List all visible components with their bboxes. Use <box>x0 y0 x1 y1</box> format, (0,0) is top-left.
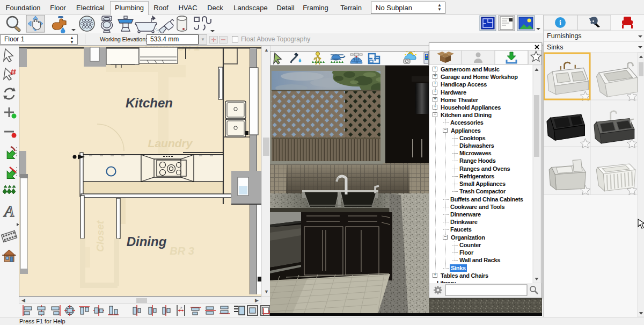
svg-text:A: A <box>3 202 14 220</box>
svg-text:Kitchen: Kitchen <box>126 96 173 110</box>
svg-text:BR 3: BR 3 <box>170 245 194 257</box>
svg-text:Closet: Closet <box>94 220 106 252</box>
svg-text:Dining: Dining <box>127 234 167 249</box>
svg-text:Laundry: Laundry <box>148 137 193 149</box>
svg-text:Sinks: Sinks <box>547 44 564 51</box>
svg-text:?: ? <box>180 306 182 310</box>
svg-text:i: i <box>559 19 561 27</box>
svg-text:Furnishings: Furnishings <box>547 32 582 40</box>
